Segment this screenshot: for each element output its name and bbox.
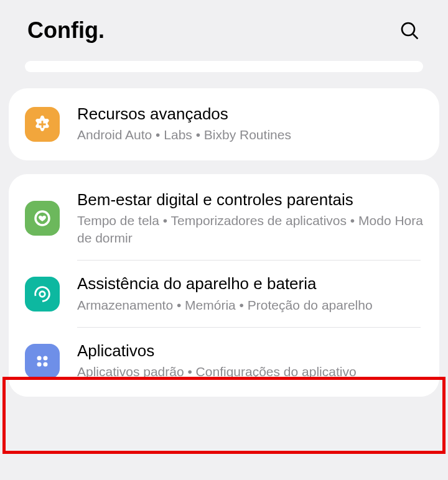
svg-point-5: [43, 362, 47, 366]
item-subtitle: Aplicativos padrão • Configurações do ap…: [77, 363, 423, 381]
item-title: Aplicativos: [77, 341, 423, 361]
svg-point-3: [43, 356, 47, 360]
refresh-circle-icon: [25, 277, 60, 312]
item-subtitle: Android Auto • Labs • Bixby Routines: [77, 126, 423, 144]
svg-point-4: [37, 362, 42, 366]
svg-point-0: [402, 23, 414, 35]
item-title: Recursos avançados: [77, 104, 423, 124]
svg-line-1: [413, 34, 418, 39]
plus-icon: [25, 107, 60, 142]
search-button[interactable]: [398, 19, 421, 42]
settings-item-advanced-features[interactable]: Recursos avançados Android Auto • Labs •…: [9, 91, 439, 158]
item-subtitle: Armazenamento • Memória • Proteção do ap…: [77, 297, 423, 314]
settings-item-device-care[interactable]: Assistência do aparelho e bateria Armaze…: [9, 261, 439, 328]
settings-item-digital-wellbeing[interactable]: Bem-estar digital e controles parentais …: [9, 177, 439, 261]
item-subtitle: Tempo de tela • Temporizadores de aplica…: [77, 212, 423, 247]
settings-item-apps[interactable]: Aplicativos Aplicativos padrão • Configu…: [9, 328, 439, 395]
search-field-placeholder[interactable]: [25, 61, 423, 72]
header: Config.: [0, 0, 448, 61]
item-title: Assistência do aparelho e bateria: [77, 274, 423, 293]
item-text: Assistência do aparelho e bateria Armaze…: [77, 274, 423, 314]
item-text: Bem-estar digital e controles parentais …: [77, 190, 423, 247]
item-text: Recursos avançados Android Auto • Labs •…: [77, 104, 423, 144]
settings-group: Recursos avançados Android Auto • Labs •…: [9, 88, 439, 160]
heart-circle-icon: [25, 201, 60, 236]
item-text: Aplicativos Aplicativos padrão • Configu…: [77, 341, 423, 381]
search-icon: [399, 21, 419, 40]
apps-grid-icon: [25, 344, 60, 379]
settings-group: Bem-estar digital e controles parentais …: [9, 174, 439, 397]
page-title: Config.: [27, 17, 105, 44]
item-title: Bem-estar digital e controles parentais: [77, 190, 423, 210]
svg-point-2: [37, 356, 42, 360]
